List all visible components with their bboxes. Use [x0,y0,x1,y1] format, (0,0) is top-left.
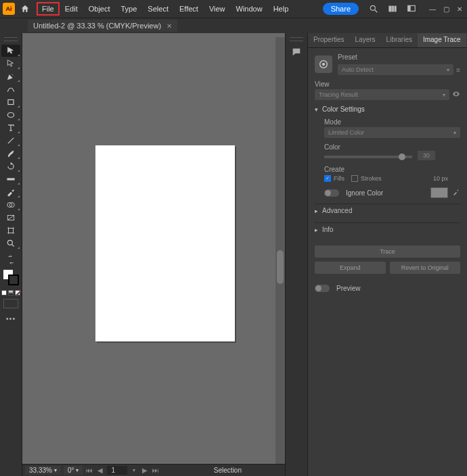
rotate-tool[interactable] [1,160,20,172]
shape-builder-tool[interactable] [1,199,20,211]
width-tool[interactable] [1,173,20,185]
arrange-panels-icon[interactable] [384,1,401,17]
info-label: Info [322,226,334,233]
menu-object[interactable]: Object [83,2,116,16]
color-slider[interactable] [324,156,412,158]
nav-prev[interactable]: ◀ [96,467,104,474]
comments-panel-icon[interactable] [291,47,302,59]
menu-type[interactable]: Type [116,2,143,16]
nav-first[interactable]: ⏮ [85,467,93,474]
mode-dropdown[interactable]: Limited Color▾ [324,127,460,138]
preview-toggle[interactable] [315,285,330,292]
document-tab[interactable]: Untitled-2 @ 33.33 % (CMYK/Preview) ✕ [28,20,177,32]
edit-toolbar[interactable]: ••• [6,314,16,323]
color-mode-gradient[interactable] [8,290,14,295]
menu-view[interactable]: View [204,2,231,16]
slider-knob[interactable] [399,153,405,160]
image-trace-panel: Preset Auto Detect▾ ≡ View Tracing Resul… [308,48,467,476]
artboard-dropdown[interactable]: ▾ [130,467,138,473]
artboard[interactable] [95,145,235,341]
vertical-scrollbar[interactable] [275,37,285,464]
strokes-checkbox[interactable] [351,175,358,182]
ignore-color-toggle[interactable] [324,189,339,197]
share-button[interactable]: Share [323,3,359,15]
view-eye-icon[interactable] [452,90,460,99]
fills-checkbox[interactable]: ✓ [324,175,331,182]
zoom-value: 33.33% [29,467,52,474]
eyedropper-tool[interactable] [1,186,20,198]
type-tool[interactable] [1,122,20,134]
nav-next[interactable]: ▶ [141,467,149,474]
gradient-tool[interactable] [1,212,20,224]
pen-tool[interactable] [1,70,20,82]
advanced-label: Advanced [322,207,352,214]
advanced-header[interactable]: ▸Advanced [315,204,460,217]
menu-edit[interactable]: Edit [60,2,83,16]
home-button[interactable] [19,3,31,15]
workspace-icon[interactable] [403,1,420,17]
scrollbar-thumb[interactable] [277,250,284,284]
svg-rect-4 [395,6,396,11]
nav-last[interactable]: ⏭ [152,467,160,474]
rotate-dropdown[interactable]: 0°▾ [64,466,83,475]
selection-tool[interactable] [1,45,20,57]
window-minimize[interactable]: — [428,4,437,14]
tab-layers[interactable]: Layers [350,33,381,47]
revert-button[interactable]: Revert to Original [390,262,461,274]
trace-button[interactable]: Trace [315,245,460,258]
ellipse-tool[interactable] [1,109,20,121]
zoom-tool[interactable] [1,237,20,249]
preset-thumbnail[interactable] [315,55,332,73]
artboard-tool[interactable] [1,224,20,237]
tab-properties[interactable]: Properties [308,33,350,47]
window-close[interactable]: ✕ [455,4,464,14]
document-tab-close[interactable]: ✕ [166,22,172,30]
menu-help[interactable]: Help [268,2,294,16]
artboard-number[interactable]: 1 [107,466,127,475]
menu-select[interactable]: Select [142,2,174,16]
window-maximize[interactable]: ▢ [441,4,451,14]
draw-mode[interactable] [3,299,18,308]
app-badge: Ai [3,3,15,15]
panel-strip-gripper[interactable] [290,37,303,41]
menu-effect[interactable]: Effect [174,2,204,16]
svg-rect-2 [389,6,392,11]
color-mode-none[interactable] [15,290,20,295]
preset-menu-icon[interactable]: ≡ [456,66,460,74]
eyedropper-icon[interactable] [452,188,460,197]
ignore-color-swatch[interactable] [430,187,448,198]
menu-window[interactable]: Window [231,2,268,16]
collapsed-panel-strip [285,33,307,476]
stroke-width-field[interactable]: 10 px [433,175,460,182]
svg-point-8 [7,113,14,118]
svg-rect-7 [8,100,14,105]
svg-rect-6 [408,5,411,11]
fill-stroke-swatches[interactable] [1,269,20,288]
view-dropdown[interactable]: Tracing Result▾ [315,89,449,100]
toolbar-gripper[interactable] [4,37,18,41]
info-header[interactable]: ▸Info [315,222,460,236]
swap-fill-stroke[interactable] [1,254,20,266]
current-tool-label: Selection [214,467,242,474]
color-mode-solid[interactable] [1,290,7,295]
expand-button[interactable]: Expand [315,262,386,274]
preview-label: Preview [336,285,361,292]
canvas[interactable] [22,37,285,464]
svg-point-23 [322,63,325,66]
preset-dropdown[interactable]: Auto Detect▾ [338,64,453,75]
zoom-dropdown[interactable]: 33.33%▾ [25,466,61,475]
curvature-tool[interactable] [1,83,20,95]
search-button[interactable] [365,1,382,17]
status-bar: 33.33%▾ 0°▾ ⏮ ◀ 1 ▾ ▶ ⏭ Selection [22,464,285,476]
svg-line-1 [375,10,378,13]
color-value-field[interactable]: 30 [418,151,435,160]
rectangle-tool[interactable] [1,96,20,108]
direct-selection-tool[interactable] [1,57,20,70]
paintbrush-tool[interactable] [1,147,20,160]
tab-image-trace[interactable]: Image Trace [418,33,466,47]
line-tool[interactable] [1,135,20,147]
stroke-swatch[interactable] [8,275,19,285]
color-settings-header[interactable]: ▾Color Settings [315,105,460,113]
tab-libraries[interactable]: Libraries [381,33,418,47]
menu-file[interactable]: File [37,2,60,16]
